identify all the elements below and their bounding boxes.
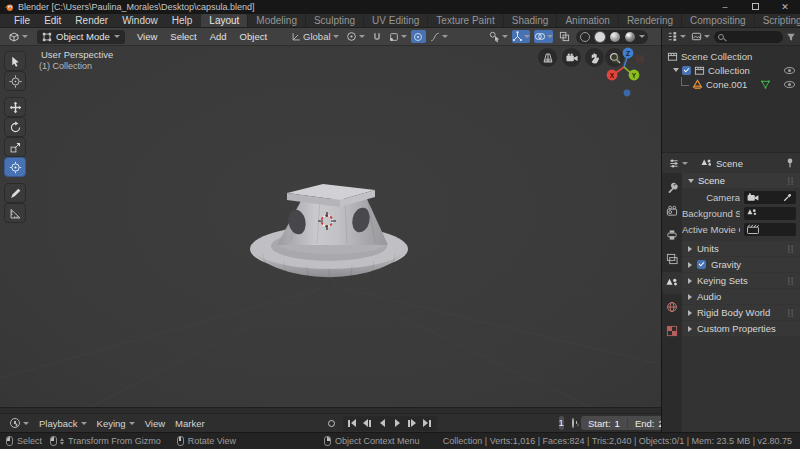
panel-audio[interactable]: Audio: [682, 289, 800, 304]
tool-scale[interactable]: [4, 137, 26, 157]
expand-arrow-icon[interactable]: [673, 68, 679, 72]
menu-timeline-view[interactable]: View: [140, 418, 170, 429]
shading-rendered-button[interactable]: [624, 31, 636, 43]
tab-world[interactable]: [662, 296, 682, 318]
scene-panel-header[interactable]: Scene: [682, 173, 800, 188]
tab-rendering[interactable]: Rendering: [619, 14, 682, 27]
tab-texture-paint[interactable]: Texture Paint: [428, 14, 503, 27]
panel-keying-sets[interactable]: Keying Sets: [682, 273, 800, 288]
eye-icon[interactable]: [784, 67, 795, 74]
tab-sculpting[interactable]: Sculpting: [306, 14, 364, 27]
maximize-button[interactable]: [740, 0, 770, 14]
shading-dropdown-caret[interactable]: [639, 35, 645, 38]
tab-animation[interactable]: Animation: [557, 14, 618, 27]
tab-view-layer[interactable]: [662, 248, 682, 270]
tool-cursor[interactable]: [4, 71, 26, 91]
menu-select[interactable]: Select: [164, 31, 202, 42]
navigation-gizmo[interactable]: Z X Y: [600, 46, 656, 102]
tab-uv-editing[interactable]: UV Editing: [364, 14, 428, 27]
properties-editor-type-button[interactable]: [667, 158, 689, 169]
auto-keying-button[interactable]: [328, 417, 335, 430]
jump-to-start-button[interactable]: [345, 417, 360, 430]
xray-toggle[interactable]: [557, 30, 572, 43]
pin-icon[interactable]: [785, 157, 795, 169]
object-visibility-dropdown[interactable]: [489, 30, 508, 43]
tool-transform[interactable]: [4, 157, 26, 177]
tool-rotate[interactable]: [4, 117, 26, 137]
menu-edit[interactable]: Edit: [37, 14, 68, 27]
panel-custom-properties[interactable]: Custom Properties: [682, 321, 800, 336]
transform-orientation-dropdown[interactable]: Global: [288, 31, 341, 42]
axis-neg-z-ball[interactable]: [624, 90, 631, 97]
menu-keying[interactable]: Keying: [92, 418, 140, 429]
jump-to-end-button[interactable]: [420, 417, 435, 430]
preview-range-button[interactable]: [572, 418, 574, 428]
previous-keyframe-button[interactable]: [360, 417, 375, 430]
snap-toggle[interactable]: [369, 32, 385, 42]
camera-view-button[interactable]: [562, 48, 581, 67]
panel-units[interactable]: Units: [682, 241, 800, 256]
gravity-checkbox[interactable]: [697, 260, 706, 269]
show-gizmo-toggle[interactable]: [512, 30, 530, 43]
tool-move[interactable]: [4, 97, 26, 117]
camera-field[interactable]: [744, 191, 796, 204]
pivot-point-dropdown[interactable]: [343, 31, 368, 42]
panel-gravity[interactable]: Gravity: [682, 257, 800, 272]
close-button[interactable]: ✕: [770, 0, 800, 14]
show-overlays-toggle[interactable]: [534, 30, 553, 43]
tab-layout[interactable]: Layout: [201, 14, 248, 27]
editor-type-button[interactable]: [5, 31, 31, 43]
outliner-row-collection[interactable]: Collection: [662, 63, 800, 77]
current-frame-field[interactable]: 1: [559, 416, 564, 430]
proportional-editing-toggle[interactable]: [411, 30, 426, 43]
menu-add[interactable]: Add: [204, 31, 233, 42]
tab-scripting[interactable]: Scripting: [755, 14, 800, 27]
tab-texture[interactable]: [662, 320, 682, 342]
tool-select-box[interactable]: [4, 51, 26, 71]
outliner-search-input[interactable]: [714, 31, 783, 43]
play-button[interactable]: [390, 417, 405, 430]
tool-annotate[interactable]: [4, 183, 26, 203]
tab-modeling[interactable]: Modeling: [248, 14, 306, 27]
tab-output[interactable]: [662, 224, 682, 246]
menu-help[interactable]: Help: [165, 14, 200, 27]
timeline-editor-type-button[interactable]: [5, 418, 34, 428]
menu-marker[interactable]: Marker: [170, 418, 210, 429]
menu-file[interactable]: File: [7, 14, 37, 27]
start-frame-field[interactable]: 1: [615, 418, 620, 429]
panel-rigid-body-world[interactable]: Rigid Body World: [682, 305, 800, 320]
tab-scene[interactable]: [662, 272, 682, 294]
panel-grip[interactable]: [787, 177, 794, 185]
mode-dropdown[interactable]: Object Mode: [37, 30, 125, 44]
tool-measure[interactable]: [4, 203, 26, 223]
shading-solid-button[interactable]: [594, 31, 606, 43]
axis-neg-x-ball[interactable]: [636, 55, 645, 64]
tab-shading[interactable]: Shading: [504, 14, 558, 27]
menu-window[interactable]: Window: [115, 14, 165, 27]
tab-compositing[interactable]: Compositing: [682, 14, 755, 27]
outliner-editor-type-button[interactable]: [666, 31, 687, 42]
shading-wireframe-button[interactable]: [579, 31, 591, 43]
menu-view[interactable]: View: [131, 31, 163, 42]
eye-icon[interactable]: [784, 81, 795, 88]
falloff-dropdown[interactable]: [427, 32, 451, 42]
panel-grip[interactable]: [787, 245, 794, 253]
axis-neg-y-ball[interactable]: [612, 55, 621, 64]
eyedropper-icon[interactable]: [783, 192, 793, 202]
minimize-button[interactable]: –: [710, 0, 740, 14]
outliner-row-cone[interactable]: Cone.001: [662, 77, 800, 91]
play-reverse-button[interactable]: [375, 417, 390, 430]
shading-material-button[interactable]: [609, 31, 621, 43]
menu-render[interactable]: Render: [68, 14, 115, 27]
menu-playback[interactable]: Playback: [34, 418, 92, 429]
viewport-3d[interactable]: User Perspective (1) Collection: [0, 46, 661, 407]
menu-object[interactable]: Object: [234, 31, 273, 42]
panel-grip[interactable]: [787, 309, 794, 317]
display-mode-dropdown[interactable]: [690, 31, 711, 42]
snap-target-dropdown[interactable]: [386, 32, 410, 42]
next-keyframe-button[interactable]: [405, 417, 420, 430]
outliner-row-scene-collection[interactable]: Scene Collection: [662, 49, 800, 63]
panel-grip[interactable]: [787, 277, 794, 285]
filter-icon[interactable]: [786, 32, 796, 42]
collection-checkbox[interactable]: [682, 66, 691, 75]
